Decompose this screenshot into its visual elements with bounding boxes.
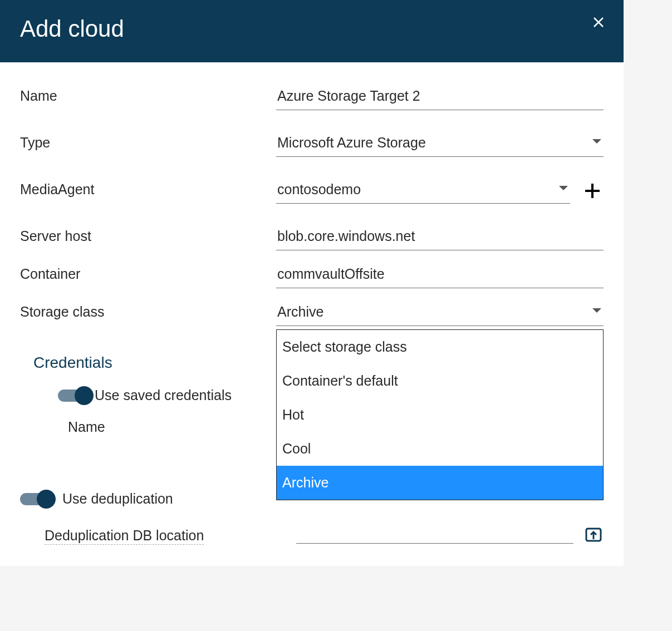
close-icon — [593, 17, 604, 28]
row-container: Container — [20, 263, 604, 288]
use-dedup-label: Use deduplication — [62, 491, 173, 507]
add-mediaagent-button[interactable] — [581, 180, 604, 202]
dedup-location-label: Deduplication DB location — [45, 528, 204, 545]
browse-location-button[interactable] — [583, 524, 604, 544]
close-button[interactable] — [590, 14, 607, 31]
storageclass-option[interactable]: Archive — [277, 466, 603, 500]
serverhost-input[interactable] — [276, 225, 604, 250]
name-input[interactable] — [276, 85, 604, 110]
label-mediaagent: MediaAgent — [20, 178, 276, 198]
dialog-header: Add cloud — [0, 0, 624, 62]
toggle-knob — [37, 490, 56, 509]
label-container: Container — [20, 263, 276, 282]
add-cloud-dialog: Add cloud Name Type Microsoft Azure Stor… — [0, 0, 624, 566]
use-saved-credentials-label: Use saved credentials — [95, 387, 232, 403]
label-serverhost: Server host — [20, 225, 276, 244]
dedup-location-input[interactable] — [296, 527, 573, 544]
label-name: Name — [20, 85, 276, 104]
toggle-knob — [75, 386, 94, 405]
label-type: Type — [20, 131, 276, 151]
row-storageclass: Storage class Archive Select storage cla… — [20, 300, 604, 326]
credentials-name-label: Name — [68, 419, 105, 435]
row-type: Type Microsoft Azure Storage — [20, 131, 604, 157]
row-serverhost: Server host — [20, 225, 604, 250]
row-mediaagent: MediaAgent contosodemo — [20, 178, 604, 204]
dialog-body: Name Type Microsoft Azure Storage MediaA… — [0, 62, 624, 566]
storageclass-select[interactable]: Archive — [276, 300, 604, 326]
storageclass-option[interactable]: Hot — [277, 398, 603, 432]
storageclass-option[interactable]: Select storage class — [277, 330, 603, 364]
plus-icon — [584, 183, 601, 199]
row-name: Name — [20, 85, 604, 110]
type-select[interactable]: Microsoft Azure Storage — [276, 131, 604, 157]
container-input[interactable] — [276, 263, 604, 288]
dialog-title: Add cloud — [20, 16, 604, 42]
storageclass-option[interactable]: Container's default — [277, 364, 603, 398]
row-dedup-location: Deduplication DB location — [20, 524, 604, 544]
storageclass-dropdown: Select storage classContainer's defaultH… — [276, 329, 604, 500]
browse-icon — [585, 525, 602, 543]
storageclass-option[interactable]: Cool — [277, 432, 603, 466]
mediaagent-select[interactable]: contosodemo — [276, 178, 570, 204]
use-dedup-toggle[interactable] — [20, 493, 53, 505]
label-storageclass: Storage class — [20, 300, 276, 320]
use-saved-credentials-toggle[interactable] — [58, 390, 91, 402]
